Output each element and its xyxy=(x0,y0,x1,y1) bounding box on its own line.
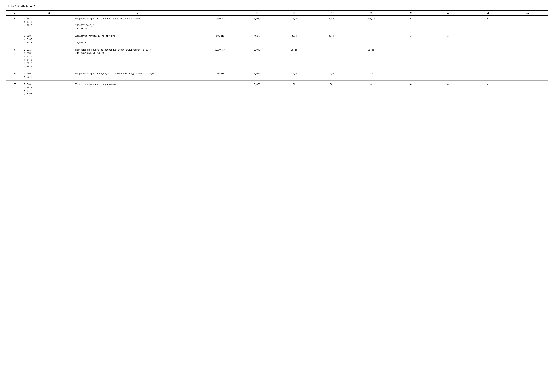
cell-row5-col5: 0,088 xyxy=(240,81,274,98)
cell-row2-col6: 89,4 xyxy=(274,32,314,46)
cell-row3-col6: 98,55 xyxy=(274,46,314,70)
cell-row4-col9: I xyxy=(394,70,428,81)
table-header-row: I 2 3 4 5 6 7 8 9 IO II I2 xyxy=(6,11,548,15)
header-col2: 2 xyxy=(23,11,75,15)
cell-row5-col7: 96 xyxy=(314,81,348,98)
header-col7: 7 xyxy=(314,11,348,15)
cell-row3-col1: 8 xyxy=(6,46,23,70)
cell-row1-col11: 5 xyxy=(468,15,508,32)
cell-row5-col9: 8 xyxy=(394,81,428,98)
cell-row4-col4: 100 м3 xyxy=(200,70,240,81)
cell-row3-col4: 1000 м3 xyxy=(200,46,240,70)
cell-row1-col6: I70,52 xyxy=(274,15,314,32)
cell-row1-col3: Разработка грунта II гр емк.ковша 0,25 м… xyxy=(75,15,200,32)
header-col1: I xyxy=(6,11,23,15)
cell-row4-col11: I xyxy=(468,70,508,81)
cell-row3-col3: Перемещение грунта во временный отвал бу… xyxy=(75,46,200,70)
cell-row4-col1: 9 xyxy=(6,70,23,81)
cell-row5-col6: 96 xyxy=(274,81,314,98)
cell-row3-col7: – xyxy=(314,46,348,70)
cell-row3-col10: – xyxy=(428,46,468,70)
header-col11: II xyxy=(468,11,508,15)
cell-row2-col10: I xyxy=(428,32,468,46)
header-col9: 9 xyxy=(394,11,428,15)
cell-row5-col1: IO xyxy=(6,81,23,98)
cell-row1-col10: I xyxy=(428,15,468,32)
cell-row4-col3: Разработка грунта вручную в траншее или … xyxy=(75,70,200,81)
doc-title: ТП 407-I-93.87 А-7 xyxy=(6,5,548,7)
cell-row1-col9: 5 xyxy=(394,15,428,32)
cell-row3-col8: 98,55 xyxy=(348,46,394,70)
cell-row5-col2: I-848 т.79-2 т.ч. п.3.72 xyxy=(23,81,75,98)
cell-row3-col2: I-23I I-238 п.I.II п.3.48 т.29-2 т.29-9 xyxy=(23,46,75,70)
table-row: 8I-23I I-238 п.I.II п.3.48 т.29-2 т.29-9… xyxy=(6,46,548,70)
header-col12: I2 xyxy=(508,11,548,15)
cell-row2-col8: – xyxy=(348,32,394,46)
cell-row5-col12 xyxy=(508,81,548,98)
table-row: IOI-848 т.79-2 т.ч. п.3.72То же, в котло… xyxy=(6,81,548,98)
header-col8: 8 xyxy=(348,11,394,15)
cell-row2-col12 xyxy=(508,32,548,46)
cell-row1-col8: I65,I0 xyxy=(348,15,394,32)
cell-row1-col12 xyxy=(508,15,548,32)
header-col10: IO xyxy=(428,11,468,15)
cell-row2-col9: I xyxy=(394,32,428,46)
cell-row3-col11: 4 xyxy=(468,46,508,70)
cell-row5-col4: " xyxy=(200,81,240,98)
cell-row5-col8: – xyxy=(348,81,394,98)
cell-row5-col10: 8 xyxy=(428,81,468,98)
cell-row1-col4: 1000 м3 xyxy=(200,15,240,32)
cell-row2-col3: Доработка грунта II гр вручную 74,5хI,2 xyxy=(75,32,200,46)
cell-row3-col5: 0,043 xyxy=(240,46,274,70)
cell-row2-col5: 0,0I xyxy=(240,32,274,46)
cell-row2-col4: 100 м3 xyxy=(200,32,240,46)
header-col3: 3 xyxy=(75,11,200,15)
cell-row1-col7: 5,42 xyxy=(314,15,348,32)
table-row: 5I-65 п.I.II т.I2-5Разработка грунта II … xyxy=(6,15,548,32)
cell-row3-col9: 4 xyxy=(394,46,428,70)
cell-row5-col11: – xyxy=(468,81,508,98)
cell-row4-col2: I-960 т.80-2 xyxy=(23,70,75,81)
cell-row2-col11: – xyxy=(468,32,508,46)
cell-row1-col5: 0,032 xyxy=(240,15,274,32)
cell-row4-col5: 0,0I3 xyxy=(240,70,274,81)
cell-row4-col8: – I xyxy=(348,70,394,81)
cell-row4-col10: I xyxy=(428,70,468,81)
main-table: I 2 3 4 5 6 7 8 9 IO II I2 5I-65 п.I.II … xyxy=(6,10,548,98)
cell-row2-col1: 7 xyxy=(6,32,23,46)
cell-row1-col2: I-65 п.I.II т.I2-5 xyxy=(23,15,75,32)
header-col6: 6 xyxy=(274,11,314,15)
cell-row2-col2: I-860 п.3.67 т.80-2 xyxy=(23,32,75,46)
table-row: 7I-860 п.3.67 т.80-2Доработка грунта II … xyxy=(6,32,548,46)
header-col4: 4 xyxy=(200,11,240,15)
cell-row4-col12 xyxy=(508,70,548,81)
cell-row4-col7: 74,5 xyxy=(314,70,348,81)
cell-row3-col12 xyxy=(508,46,548,70)
header-col5: 5 xyxy=(240,11,274,15)
cell-row2-col7: 89,4 xyxy=(314,32,348,46)
table-row: 9I-960 т.80-2Разработка грунта вручную в… xyxy=(6,70,548,81)
cell-row5-col3: То же, в котлованах под приямки xyxy=(75,81,200,98)
cell-row4-col6: 74,5 xyxy=(274,70,314,81)
cell-row1-col1: 5 xyxy=(6,15,23,32)
